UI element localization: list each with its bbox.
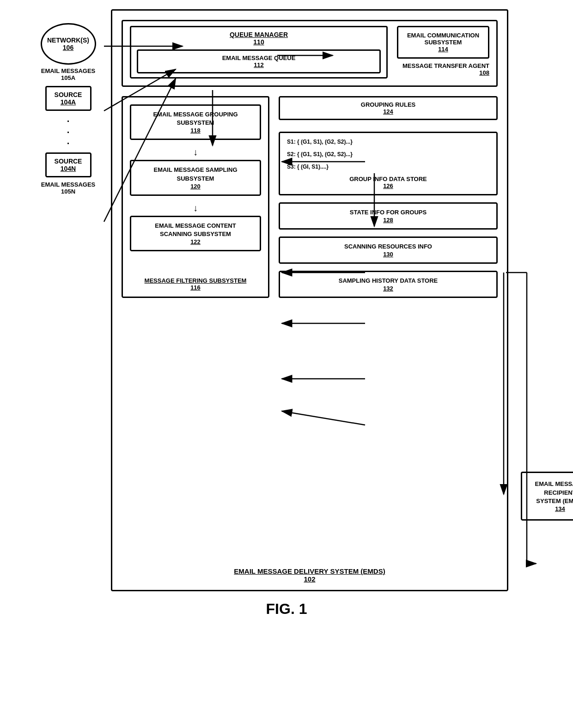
email-queue-ref: 112: [144, 61, 374, 68]
queue-manager-ref: 110: [137, 38, 381, 46]
arrow-down-2: ↓: [130, 203, 261, 213]
network-title: NETWORK(S): [47, 36, 89, 44]
mfs-box: EMAIL MESSAGE GROUPING SUBSYSTEM 118 ↓ E…: [122, 96, 269, 298]
ecs-title: EMAIL COMMUNICATION SUBSYSTEM: [405, 32, 481, 46]
source-a-ref: 104A: [52, 98, 85, 106]
group-info-s2: S2: { (G1, S1), (G2, S2)...}: [287, 150, 489, 159]
datastore-col: GROUPING RULES 124 S1: { (G1, S1), (G2, …: [279, 96, 498, 298]
emrs-outer: EMAIL MESSAGE RECIPIENT SYSTEM (EMRS) 13…: [521, 472, 573, 521]
content-scanning-box: EMAIL MESSAGE CONTENT SCANNING SUBSYSTEM…: [130, 216, 261, 251]
state-info-box: STATE INFO FOR GROUPS 128: [279, 202, 498, 230]
ecs-box: EMAIL COMMUNICATION SUBSYSTEM 114: [397, 26, 489, 59]
sampling-history-ref: 132: [287, 285, 489, 292]
emds-box: QUEUE MANAGER 110 EMAIL MESSAGE QUEUE 11…: [111, 9, 508, 591]
scanning-resources-box: SCANNING RESOURCES INFO 130: [279, 237, 498, 264]
emrs-box: EMAIL MESSAGE RECIPIENT SYSTEM (EMRS) 13…: [521, 472, 573, 521]
emrs-title: EMAIL MESSAGE RECIPIENT SYSTEM (EMRS): [531, 480, 573, 505]
grouping-rules-ref: 124: [287, 108, 489, 115]
source-a-title: SOURCE: [52, 91, 85, 98]
scanning-resources-title: SCANNING RESOURCES INFO: [287, 243, 489, 251]
mfs-label-text: MESSAGE FILTERING SUBSYSTEM: [145, 277, 247, 284]
mta-ref: 108: [402, 69, 489, 76]
mfs-ref: 116: [145, 284, 247, 291]
emds-label-text: EMAIL MESSAGE DELIVERY SYSTEM (EMDS): [234, 567, 385, 575]
content-scanning-title: EMAIL MESSAGE CONTENT SCANNING SUBSYSTEM: [138, 222, 253, 238]
emrs-ref: 134: [531, 505, 573, 512]
ecs-ref: 114: [405, 46, 481, 53]
content-scanning-ref: 122: [138, 238, 253, 245]
grouping-subsystem-ref: 118: [138, 127, 253, 134]
queue-manager-text: QUEUE MANAGER: [137, 31, 381, 38]
sampling-subsystem-title: EMAIL MESSAGE SAMPLING SUBSYSTEM: [138, 166, 253, 182]
email-msg-a-label: EMAIL MESSAGES: [32, 67, 104, 74]
emds-label: EMAIL MESSAGE DELIVERY SYSTEM (EMDS) 102: [234, 567, 385, 583]
diagram-wrapper: NETWORK(S) 106 EMAIL MESSAGES 105A SOURC…: [32, 9, 541, 591]
sampling-history-box: SAMPLING HISTORY DATA STORE 132: [279, 271, 498, 298]
grouping-subsystem-box: EMAIL MESSAGE GROUPING SUBSYSTEM 118: [130, 104, 261, 140]
fig-title: FIG. 1: [266, 601, 307, 618]
source-n-box: SOURCE 104N: [45, 152, 91, 177]
left-panel: NETWORK(S) 106 EMAIL MESSAGES 105A SOURC…: [32, 23, 104, 195]
grouping-rules-title: GROUPING RULES: [287, 101, 489, 108]
arrow-down-1: ↓: [130, 147, 261, 158]
state-info-title: STATE INFO FOR GROUPS: [287, 208, 489, 217]
email-msg-a-ref: 105A: [32, 74, 104, 81]
emds-ref: 102: [234, 575, 385, 583]
grouping-subsystem-title: EMAIL MESSAGE GROUPING SUBSYSTEM: [138, 110, 253, 127]
dots-separator: ···: [32, 115, 104, 149]
network-ellipse: NETWORK(S) 106: [41, 23, 96, 65]
main-content: EMAIL MESSAGE GROUPING SUBSYSTEM 118 ↓ E…: [122, 96, 498, 298]
network-ref: 106: [63, 44, 73, 51]
source-a-box: SOURCE 104A: [45, 86, 91, 111]
mfs-label: MESSAGE FILTERING SUBSYSTEM 116: [145, 277, 247, 291]
email-msg-n-ref: 105N: [32, 188, 104, 195]
queue-manager-title: QUEUE MANAGER 110: [137, 31, 381, 46]
state-info-ref: 128: [287, 217, 489, 224]
sampling-subsystem-ref: 120: [138, 183, 253, 190]
sampling-subsystem-box: EMAIL MESSAGE SAMPLING SUBSYSTEM 120: [130, 160, 261, 195]
group-info-ref: 126: [287, 182, 489, 189]
grouping-rules-box: GROUPING RULES 124: [279, 96, 498, 120]
mta-box: QUEUE MANAGER 110 EMAIL MESSAGE QUEUE 11…: [122, 20, 498, 87]
group-info-s1: S1: { (G1, S1), (G2, S2)...}: [287, 138, 489, 146]
source-n-title: SOURCE: [52, 158, 85, 165]
group-info-area: S1: { (G1, S1), (G2, S2)...} S2: { (G1, …: [279, 132, 498, 195]
email-queue-title: EMAIL MESSAGE QUEUE: [144, 55, 374, 61]
sampling-history-title: SAMPLING HISTORY DATA STORE: [287, 277, 489, 285]
group-info-title: GROUP INFO DATA STORE: [287, 176, 489, 182]
group-info-s3: S3: { (GI, S1)....}: [287, 163, 489, 171]
queue-manager-box: QUEUE MANAGER 110 EMAIL MESSAGE QUEUE 11…: [130, 26, 388, 79]
scanning-resources-ref: 130: [287, 251, 489, 258]
email-queue-box: EMAIL MESSAGE QUEUE 112: [137, 49, 381, 73]
source-n-ref: 104N: [52, 165, 85, 172]
email-msg-n-label: EMAIL MESSAGES: [32, 181, 104, 188]
mta-label: MESSAGE TRANSFER AGENT: [402, 62, 489, 69]
